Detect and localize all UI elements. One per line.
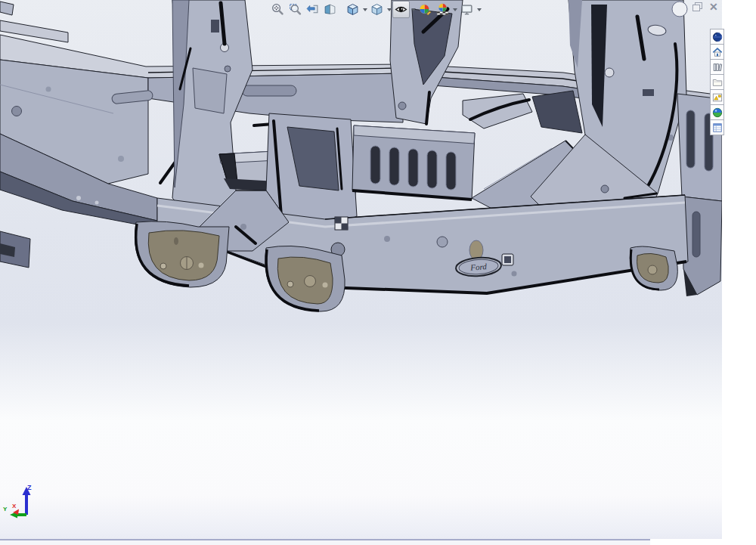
orientation-triad: Z Y X <box>2 481 50 531</box>
body-mount-bracket-right[interactable] <box>630 246 677 290</box>
zoom-to-fit-icon[interactable] <box>269 1 287 18</box>
apply-scene-icon[interactable] <box>434 1 451 18</box>
document-window-controls: ✕ <box>692 2 718 12</box>
resources-globe-icon[interactable] <box>710 29 724 45</box>
edit-appearance-icon[interactable] <box>417 1 434 18</box>
body-mount-bracket-left[interactable] <box>135 221 230 287</box>
design-library-icon[interactable] <box>710 59 724 75</box>
graphics-area[interactable]: Ford <box>0 0 722 539</box>
zoom-to-area-icon[interactable] <box>287 1 304 18</box>
z-axis-label: Z <box>27 484 32 491</box>
cad-model-truck-frame[interactable]: Ford <box>0 0 722 539</box>
solidworks-window: Ford <box>0 0 756 545</box>
ford-logo-text: Ford <box>469 262 488 272</box>
heads-up-view-toolbar <box>269 0 482 19</box>
previous-view-icon[interactable] <box>304 1 321 18</box>
body-mount-bracket-mid[interactable] <box>265 246 345 311</box>
slotted-crossmember[interactable] <box>352 125 475 200</box>
x-axis-label: X <box>12 503 17 509</box>
display-style-dropdown[interactable] <box>386 1 392 18</box>
home-icon[interactable] <box>710 44 724 60</box>
view-settings-dropdown[interactable] <box>476 1 482 18</box>
task-pane-tabs <box>710 29 724 135</box>
appearances-scenes-icon[interactable] <box>710 104 724 120</box>
view-settings-icon[interactable] <box>458 1 476 18</box>
hide-show-items-dropdown[interactable] <box>410 1 417 18</box>
file-explorer-folder-icon[interactable] <box>710 74 724 90</box>
apply-scene-dropdown[interactable] <box>451 1 458 18</box>
section-view-icon[interactable] <box>321 1 339 18</box>
view-orientation-dropdown[interactable] <box>361 1 368 18</box>
display-style-icon[interactable] <box>368 1 386 18</box>
custom-properties-icon[interactable] <box>710 119 724 135</box>
hide-show-items-icon[interactable] <box>392 1 410 18</box>
view-orientation-icon[interactable] <box>344 1 361 18</box>
task-pane-panel <box>722 0 756 545</box>
restore-window-icon[interactable] <box>692 2 702 11</box>
close-window-icon[interactable]: ✕ <box>709 2 718 12</box>
y-axis-label: Y <box>3 506 8 512</box>
view-palette-icon[interactable] <box>710 89 724 105</box>
status-bar <box>0 539 756 545</box>
status-bar-message-area <box>0 539 650 545</box>
